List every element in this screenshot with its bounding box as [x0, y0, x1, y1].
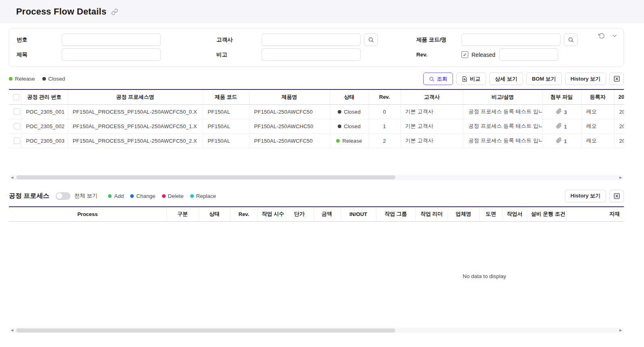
- filter-label-title: 제목: [17, 51, 62, 58]
- cell-reg-date: 20: [614, 133, 624, 148]
- refresh-icon[interactable]: [598, 33, 605, 39]
- cell-rev: 0: [369, 104, 400, 119]
- filter-field-remark: 비고: [216, 48, 416, 61]
- filter-panel: 번호 고객사 제품 코드/명 제목 비고 Rev.: [9, 28, 624, 67]
- process-table: Process 구분 상태 Rev. 작업 시수 단가 금액 IN/OUT 작업…: [9, 206, 624, 222]
- number-input[interactable]: [62, 33, 161, 46]
- row-checkbox[interactable]: [14, 108, 20, 115]
- table-row[interactable]: POC_2305_003 PF150AL_PROCESS_PF150AL-250…: [9, 133, 624, 148]
- cell-attachment[interactable]: 1: [542, 133, 581, 148]
- collapse-chevron-icon[interactable]: [611, 33, 618, 39]
- change-dot-icon: [130, 194, 134, 198]
- detail-view-button[interactable]: 상세 보기: [489, 73, 523, 85]
- cell-registrant: 레오: [581, 119, 614, 133]
- header-process-name: 공정 프로세스명: [68, 89, 203, 104]
- cell-attachment[interactable]: 1: [542, 119, 581, 133]
- customer-input[interactable]: [262, 33, 361, 46]
- table-action-buttons: 조회 비교 상세 보기 BOM 보기 History 보기: [423, 73, 624, 85]
- cell-status: Release: [330, 133, 369, 148]
- process-flow-table: 공정 관리 번호 공정 프로세스명 제품 코드 제품명 상태 Rev. 고객사 …: [9, 89, 624, 148]
- product-input[interactable]: [461, 33, 561, 46]
- legend-release: Release: [9, 76, 35, 82]
- search-button-label: 조회: [437, 75, 447, 83]
- cell-reg-date: 20: [614, 104, 624, 119]
- cell-mgmt-no: POC_2305_001: [21, 104, 68, 119]
- history-view-label: History 보기: [571, 75, 600, 83]
- header-work-hours: 작업 시수: [258, 207, 286, 222]
- status-dot-icon: [338, 125, 341, 128]
- remark-input[interactable]: [262, 48, 361, 61]
- header-work-group: 작업 그룹: [376, 207, 415, 222]
- legend-replace-label: Replace: [196, 193, 216, 199]
- scrollbar-thumb[interactable]: [16, 175, 395, 179]
- header-reg-date: 20: [614, 89, 624, 104]
- select-all-checkbox[interactable]: [13, 94, 19, 100]
- header-product-name: 제품명: [249, 89, 330, 104]
- filter-label-number: 번호: [17, 36, 62, 44]
- scroll-left-arrow[interactable]: ◀: [9, 328, 15, 332]
- process-excel-export-button[interactable]: [609, 190, 624, 202]
- cell-rev: 2: [369, 133, 400, 148]
- status-dot-icon: [336, 139, 340, 143]
- cell-product-name: PF150AL-250AWCFC50: [249, 104, 330, 119]
- cell-status: Closed: [330, 119, 369, 133]
- title-input[interactable]: [62, 48, 161, 61]
- scrollbar-track[interactable]: [15, 328, 617, 333]
- cell-product-code: PF150AL: [203, 119, 249, 133]
- compare-button[interactable]: 비교: [456, 73, 486, 85]
- cell-mgmt-no: POC_2305_003: [21, 133, 68, 148]
- rev-input[interactable]: [499, 48, 558, 61]
- table-row[interactable]: POC_2305_002 PF150AL_PROCESS_PF150AL-250…: [9, 119, 624, 133]
- header-status: 상태: [330, 89, 369, 104]
- excel-export-button[interactable]: [609, 73, 624, 85]
- toggle-knob: [56, 193, 62, 199]
- status-legend: Release Closed: [9, 76, 65, 82]
- scroll-right-arrow[interactable]: ▶: [617, 176, 624, 179]
- search-button[interactable]: 조회: [423, 73, 453, 85]
- bom-view-button[interactable]: BOM 보기: [526, 73, 562, 85]
- process-legend: Add Change Delete Replace: [108, 193, 216, 199]
- scrollbar-track[interactable]: [15, 175, 617, 180]
- process-table-horizontal-scrollbar[interactable]: ◀ ▶: [9, 328, 624, 333]
- process-table-wrap: Process 구분 상태 Rev. 작업 시수 단가 금액 IN/OUT 작업…: [9, 206, 624, 328]
- process-history-view-button[interactable]: History 보기: [565, 190, 606, 202]
- release-dot-icon: [9, 77, 12, 81]
- filter-label-customer: 고객사: [216, 36, 262, 44]
- legend-add: Add: [108, 193, 124, 199]
- header-material: 자재: [566, 207, 624, 222]
- cell-customer: 기본 고객사: [400, 119, 463, 133]
- product-search-button[interactable]: [564, 33, 578, 46]
- filter-field-rev: Rev. ✓ Released: [416, 48, 616, 61]
- filter-field-number: 번호: [17, 33, 216, 46]
- legend-replace: Replace: [190, 193, 216, 199]
- main-table-horizontal-scrollbar[interactable]: ◀ ▶: [9, 175, 624, 180]
- scrollbar-thumb[interactable]: [16, 328, 395, 332]
- cell-attachment[interactable]: 3: [542, 104, 581, 119]
- list-toolbar: Release Closed 조회 비교 상세 보기 BOM 보기 Histor…: [9, 73, 624, 85]
- paperclip-icon: [556, 137, 562, 143]
- empty-state-text: No data to display: [463, 273, 506, 279]
- cell-product-code: PF150AL: [203, 104, 249, 119]
- history-view-button[interactable]: History 보기: [565, 73, 606, 85]
- link-icon[interactable]: [111, 8, 118, 15]
- header-process: Process: [9, 207, 166, 222]
- header-amount: 금액: [313, 207, 341, 222]
- scroll-right-arrow[interactable]: ▶: [617, 328, 624, 332]
- cell-reg-date: 20: [614, 119, 624, 133]
- header-unit-price: 단가: [286, 207, 313, 222]
- view-all-toggle[interactable]: [56, 192, 71, 200]
- row-checkbox[interactable]: [14, 123, 20, 129]
- add-dot-icon: [108, 194, 112, 198]
- cell-process-name: PF150AL_PROCESS_PF150AL-250AWCFC50_1.X: [68, 119, 203, 133]
- legend-closed: Closed: [42, 76, 65, 82]
- cell-remark: 공정 프로세스 등록 테스트 입니다.: [463, 119, 542, 133]
- excel-export-icon: [613, 193, 620, 199]
- table-row[interactable]: POC_2305_001 PF150AL_PROCESS_PF150AL-250…: [9, 104, 624, 119]
- customer-search-button[interactable]: [364, 33, 378, 46]
- table-header-row: 공정 관리 번호 공정 프로세스명 제품 코드 제품명 상태 Rev. 고객사 …: [9, 89, 624, 104]
- paperclip-icon: [556, 108, 562, 114]
- process-table-header-row: Process 구분 상태 Rev. 작업 시수 단가 금액 IN/OUT 작업…: [9, 207, 624, 222]
- released-checkbox[interactable]: ✓: [461, 51, 468, 58]
- row-checkbox[interactable]: [14, 137, 20, 144]
- scroll-left-arrow[interactable]: ◀: [9, 176, 15, 179]
